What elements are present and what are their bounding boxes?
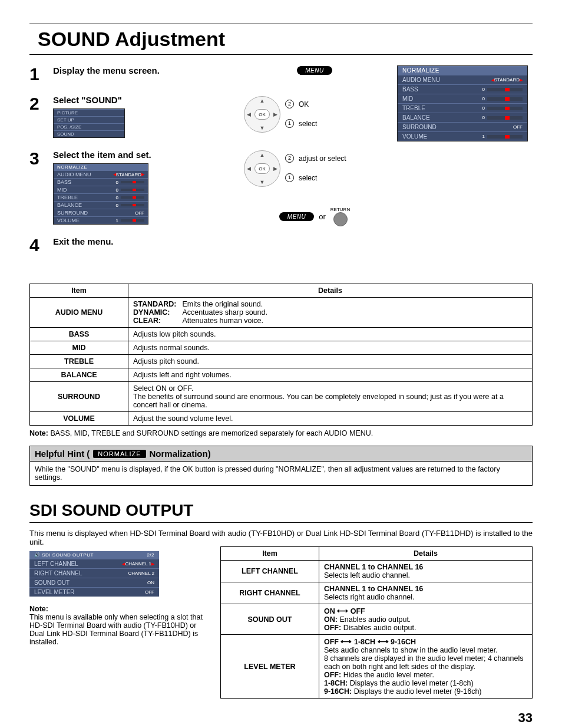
sdi-intro: This menu is displayed when HD-SDI Termi… <box>29 529 533 546</box>
sdi-items-table: Item Details LEFT CHANNEL CHANNEL 1 to C… <box>220 546 533 699</box>
step-number: 2 <box>29 95 45 138</box>
helpful-hint-box: Helpful Hint ( NORMALIZE Normalization) … <box>29 446 533 486</box>
normalize-badge: NORMALIZE <box>93 450 146 458</box>
dpad-icon: ▲▼ ◀▶ OK <box>244 96 279 131</box>
step-number: 4 <box>29 236 45 254</box>
osd-sound-menu-small: NORMALIZE AUDIO MENU◀STANDARD▶ BASS0 MID… <box>53 163 148 225</box>
detail-cell: Adjusts low pitch sounds. <box>128 328 533 341</box>
item-cell: MID <box>30 341 128 355</box>
detail-cell: STANDARD:Emits the original sound. DYNAM… <box>128 298 533 328</box>
detail-cell: Adjusts normal sounds. <box>128 341 533 355</box>
item-cell: TREBLE <box>30 355 128 368</box>
table-header: Item <box>30 284 128 298</box>
sound-items-table: Item Details AUDIO MENU STANDARD:Emits t… <box>29 284 533 426</box>
step-title: Select the item and set. <box>53 150 226 160</box>
page-title: SOUND Adjustment <box>29 24 533 55</box>
item-cell: BALANCE <box>30 368 128 382</box>
step-2: 2 Select "SOUND" PICTURE SET UP POS. /SI… <box>29 95 226 138</box>
step-4: 4 Exit the menu. <box>29 236 226 254</box>
hint-title-suffix: Normalization) <box>150 449 211 459</box>
section-title: SDI SOUND OUTPUT <box>29 501 533 523</box>
dpad-icon: ▲▼ ◀▶ OK <box>244 150 279 186</box>
osd-sound-menu-large: NORMALIZE AUDIO MENU◀STANDARD▶ BASS0 MID… <box>397 65 528 141</box>
step-1: 1 Display the menu screen. <box>29 65 226 83</box>
osd-main-menu: PICTURE SET UP POS. /SIZE SOUND <box>53 108 125 138</box>
hint-title-prefix: Helpful Hint ( <box>35 449 90 459</box>
return-button-icon: RETURN <box>330 207 350 226</box>
detail-cell: OFF ⟷ 1-8CH ⟷ 9-16CH Sets audio channels… <box>319 635 533 699</box>
item-cell: LEFT CHANNEL <box>221 561 319 582</box>
item-cell: SOUND OUT <box>221 604 319 635</box>
item-cell: AUDIO MENU <box>30 298 128 328</box>
item-cell: RIGHT CHANNEL <box>221 582 319 604</box>
item-cell: SURROUND <box>30 382 128 412</box>
detail-cell: Adjusts pitch sound. <box>128 355 533 368</box>
detail-cell: Adjusts left and right volumes. <box>128 368 533 382</box>
or-label: or <box>319 212 326 221</box>
item-cell: BASS <box>30 328 128 341</box>
step-number: 3 <box>29 150 45 225</box>
table-header: Item <box>221 547 319 561</box>
menu-button-icon: MENU <box>297 66 332 75</box>
detail-cell: Select ON or OFF. The benefits of surrou… <box>128 382 533 412</box>
table-header: Details <box>128 284 533 298</box>
item-cell: LEVEL METER <box>221 635 319 699</box>
action-label: select <box>299 174 317 182</box>
table-header: Details <box>319 547 533 561</box>
step-3: 3 Select the item and set. NORMALIZE AUD… <box>29 150 226 225</box>
step-title: Display the menu screen. <box>53 65 226 75</box>
detail-cell: CHANNEL 1 to CHANNEL 16Selects right aud… <box>319 582 533 604</box>
item-cell: VOLUME <box>30 412 128 426</box>
action-label: select <box>299 120 317 128</box>
action-label: OK <box>299 100 309 108</box>
step-number: 1 <box>29 65 45 83</box>
action-label: adjust or select <box>299 154 346 163</box>
step-title: Exit the menu. <box>53 236 226 246</box>
detail-cell: ON ⟷ OFF ON: Enables audio output. OFF: … <box>319 604 533 635</box>
detail-cell: CHANNEL 1 to CHANNEL 16Selects left audi… <box>319 561 533 582</box>
step-title: Select "SOUND" <box>53 95 226 105</box>
hint-body: While the "SOUND" menu is displayed, if … <box>30 462 532 485</box>
detail-cell: Adjust the sound volume level. <box>128 412 533 426</box>
sdi-note: Note: This menu is available only when s… <box>29 605 206 646</box>
osd-sdi-menu: 🔊 SDI SOUND OUTPUT2/2 LEFT CHANNEL◀CHANN… <box>29 551 159 597</box>
menu-button-icon: MENU <box>279 212 314 221</box>
note: Note: BASS, MID, TREBLE and SURROUND set… <box>29 429 533 437</box>
page-number: 33 <box>29 710 533 726</box>
